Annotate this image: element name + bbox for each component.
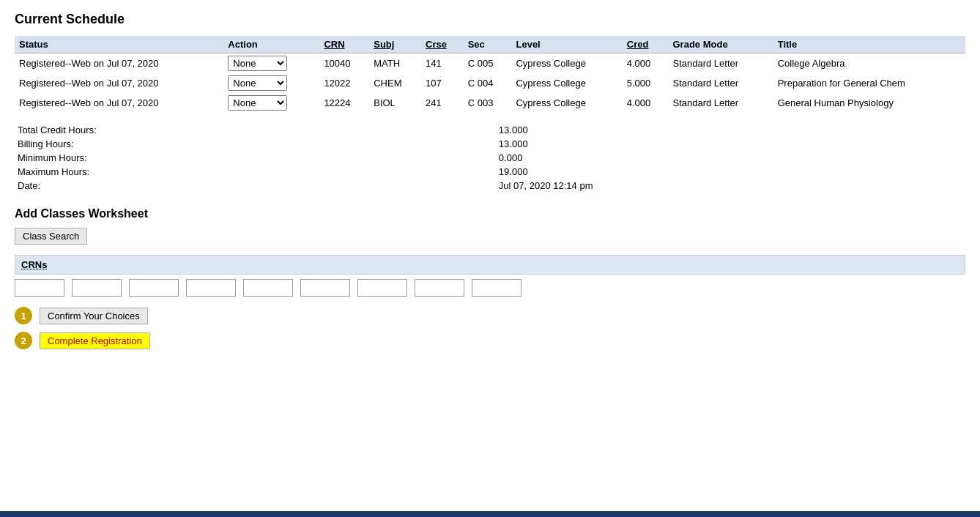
date-value: Jul 07, 2020 12:14 pm (496, 179, 965, 193)
row-title: Preparation for General Chem (773, 73, 965, 93)
crn-input[interactable] (472, 279, 521, 297)
row-title: General Human Physiology (773, 93, 965, 113)
col-title: Title (773, 36, 965, 53)
crns-header: CRNs (15, 255, 965, 275)
crn-input[interactable] (300, 279, 350, 297)
row-sec: C 003 (464, 93, 512, 113)
row-grade-mode: Standard Letter (669, 73, 773, 93)
row-title: College Algebra (773, 53, 965, 74)
row-subj: MATH (369, 53, 421, 74)
row-status: Registered--Web on Jul 07, 2020 (15, 73, 223, 93)
row-crse: 107 (421, 73, 464, 93)
billing-value: 13.000 (496, 137, 965, 151)
row-crn: 12022 (319, 73, 369, 93)
action-select[interactable]: NoneDropWithdraw (228, 75, 287, 91)
minimum-label: Minimum Hours: (15, 151, 496, 165)
row-level: Cypress College (511, 53, 622, 74)
complete-registration-button[interactable]: Complete Registration (40, 332, 150, 349)
class-search-button[interactable]: Class Search (15, 228, 87, 245)
row-status: Registered--Web on Jul 07, 2020 (15, 93, 223, 113)
col-status: Status (15, 36, 223, 53)
add-classes-title: Add Classes Worksheet (15, 207, 965, 220)
crns-label: CRNs (21, 259, 47, 270)
row-subj: BIOL (369, 93, 421, 113)
row-level: Cypress College (511, 93, 622, 113)
action-select[interactable]: NoneDropWithdraw (228, 95, 287, 111)
total-credit-value: 13.000 (496, 123, 965, 137)
col-cred: Cred (623, 36, 669, 53)
col-subj: Subj (369, 36, 421, 53)
row-sec: C 004 (464, 73, 512, 93)
row-crn: 10040 (319, 53, 369, 74)
row-action[interactable]: NoneDropWithdraw (223, 53, 319, 74)
add-classes-section: Add Classes Worksheet Class Search CRNs … (15, 207, 965, 349)
row-grade-mode: Standard Letter (669, 53, 773, 74)
confirm-row: 1 Confirm Your Choices (15, 307, 965, 324)
row-sec: C 005 (464, 53, 512, 74)
col-sec: Sec (464, 36, 512, 53)
crn-input[interactable] (72, 279, 122, 297)
row-cred: 4.000 (623, 53, 669, 74)
step2-circle: 2 (15, 332, 32, 349)
crn-input[interactable] (15, 279, 64, 297)
row-status: Registered--Web on Jul 07, 2020 (15, 53, 223, 74)
crn-input[interactable] (243, 279, 293, 297)
table-row: Registered--Web on Jul 07, 2020NoneDropW… (15, 73, 965, 93)
current-schedule-table: Status Action CRN Subj Crse Sec Level Cr… (15, 36, 965, 113)
minimum-value: 0.000 (496, 151, 965, 165)
confirm-choices-button[interactable]: Confirm Your Choices (40, 308, 148, 324)
col-crse: Crse (421, 36, 464, 53)
crn-inputs-row (15, 279, 965, 297)
date-label: Date: (15, 179, 496, 193)
maximum-label: Maximum Hours: (15, 165, 496, 179)
maximum-value: 19.000 (496, 165, 965, 179)
col-action: Action (223, 36, 319, 53)
col-crn: CRN (319, 36, 369, 53)
row-subj: CHEM (369, 73, 421, 93)
row-crse: 241 (421, 93, 464, 113)
summary-table: Total Credit Hours: 13.000 Billing Hours… (15, 123, 965, 193)
page-title: Current Schedule (15, 12, 965, 27)
step1-circle: 1 (15, 307, 32, 324)
action-select[interactable]: NoneDropWithdraw (228, 56, 287, 71)
row-level: Cypress College (511, 73, 622, 93)
row-action[interactable]: NoneDropWithdraw (223, 93, 319, 113)
row-cred: 4.000 (623, 93, 669, 113)
col-grade-mode: Grade Mode (669, 36, 773, 53)
row-crn: 12224 (319, 93, 369, 113)
crn-input[interactable] (415, 279, 464, 297)
crn-input[interactable] (186, 279, 236, 297)
row-grade-mode: Standard Letter (669, 93, 773, 113)
crn-input[interactable] (129, 279, 179, 297)
col-level: Level (511, 36, 622, 53)
row-crse: 141 (421, 53, 464, 74)
crn-input[interactable] (357, 279, 407, 297)
total-credit-label: Total Credit Hours: (15, 123, 496, 137)
billing-label: Billing Hours: (15, 137, 496, 151)
complete-row: 2 Complete Registration (15, 332, 965, 349)
table-row: Registered--Web on Jul 07, 2020NoneDropW… (15, 53, 965, 74)
row-action[interactable]: NoneDropWithdraw (223, 73, 319, 93)
row-cred: 5.000 (623, 73, 669, 93)
table-row: Registered--Web on Jul 07, 2020NoneDropW… (15, 93, 965, 113)
